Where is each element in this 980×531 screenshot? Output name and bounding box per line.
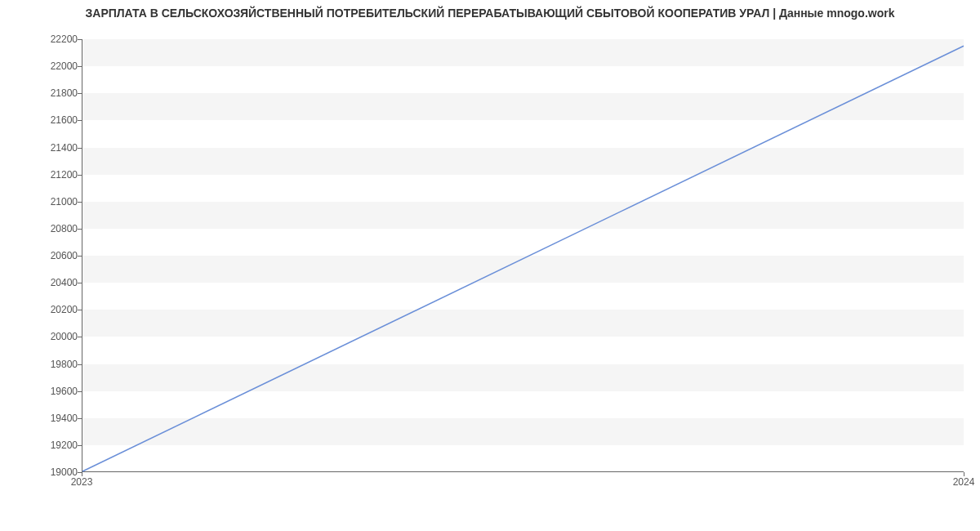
y-tick-label: 19400 — [4, 413, 78, 424]
y-tick-mark — [78, 283, 82, 283]
x-tick-mark — [82, 472, 82, 476]
y-tick-label: 21400 — [4, 142, 78, 154]
y-tick-mark — [78, 391, 82, 392]
y-tick-mark — [78, 93, 82, 94]
y-tick-label: 20400 — [4, 277, 78, 288]
series-line — [82, 46, 964, 471]
x-tick-label: 2023 — [71, 476, 93, 488]
y-tick-label: 19200 — [4, 440, 78, 451]
y-tick-mark — [78, 337, 82, 337]
y-tick-mark — [78, 256, 82, 257]
y-tick-label: 21600 — [4, 114, 78, 126]
y-tick-label: 22000 — [4, 60, 78, 72]
y-tick-label: 22200 — [4, 33, 78, 45]
y-tick-mark — [78, 445, 82, 446]
y-tick-label: 20600 — [4, 250, 78, 261]
x-tick-mark — [964, 472, 964, 476]
y-tick-mark — [78, 202, 82, 203]
y-tick-mark — [78, 310, 82, 310]
y-tick-mark — [78, 418, 82, 419]
y-tick-label: 21200 — [4, 169, 78, 181]
y-tick-label: 20800 — [4, 223, 78, 234]
y-tick-label: 20200 — [4, 304, 78, 315]
y-tick-mark — [78, 120, 82, 121]
y-tick-label: 21000 — [4, 196, 78, 207]
y-tick-label: 21800 — [4, 87, 78, 99]
plot-area — [82, 39, 964, 472]
y-tick-label: 20000 — [4, 331, 78, 342]
y-tick-mark — [78, 175, 82, 176]
y-tick-label: 19600 — [4, 386, 78, 397]
chart-container: ЗАРПЛАТА В СЕЛЬСКОХОЗЯЙСТВЕННЫЙ ПОТРЕБИТ… — [0, 0, 980, 531]
y-tick-mark — [78, 364, 82, 365]
y-tick-mark — [78, 39, 82, 40]
line-layer — [82, 39, 964, 471]
y-tick-mark — [78, 229, 82, 230]
x-tick-label: 2024 — [953, 476, 975, 488]
y-tick-mark — [78, 148, 82, 149]
y-tick-mark — [78, 66, 82, 67]
y-tick-label: 19800 — [4, 359, 78, 370]
chart-title: ЗАРПЛАТА В СЕЛЬСКОХОЗЯЙСТВЕННЫЙ ПОТРЕБИТ… — [0, 7, 980, 20]
y-tick-label: 19000 — [4, 466, 78, 478]
